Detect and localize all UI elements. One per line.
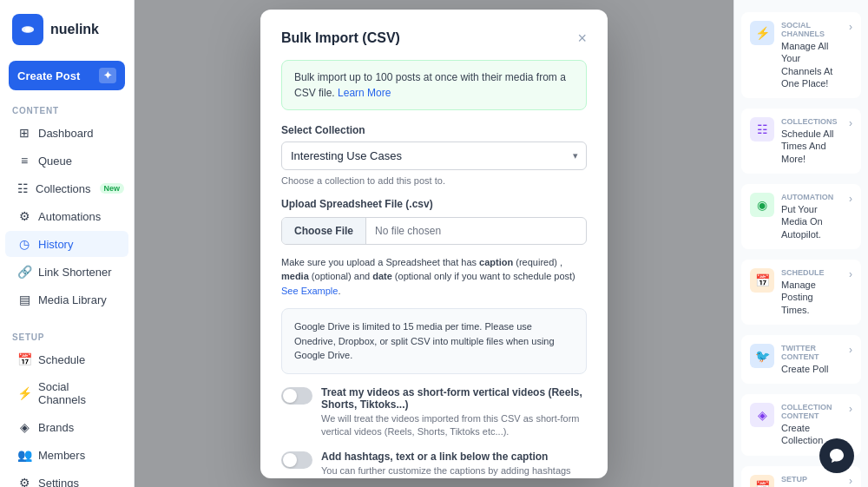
rp-label: COLLECTIONS: [781, 117, 842, 126]
rp-label: AUTOMATION: [781, 193, 842, 201]
rp-card-collections[interactable]: ☷ COLLECTIONS Schedule All Times And Mor…: [741, 109, 861, 174]
sidebar-item-collections[interactable]: ☷ Collections New: [5, 175, 128, 201]
automations-icon: ⚙: [17, 209, 31, 223]
hashtags-toggle[interactable]: [281, 451, 312, 469]
sidebar-item-media-library[interactable]: ▤ Media Library: [5, 286, 128, 313]
create-post-icon: ✦: [99, 68, 116, 83]
members-icon: 👥: [17, 448, 31, 462]
link-icon: 🔗: [17, 265, 31, 279]
see-example-link[interactable]: See Example: [281, 286, 338, 296]
modal-title: Bulk Import (CSV): [281, 30, 400, 46]
sidebar-item-schedule[interactable]: 📅 Schedule: [5, 346, 128, 372]
rp-label: SETUP: [781, 475, 842, 484]
sidebar-item-brands[interactable]: ◈ Brands: [5, 414, 128, 440]
toggle-title: Treat my videos as short-form vertical v…: [321, 386, 587, 411]
rp-label: COLLECTION CONTENT: [781, 403, 842, 420]
svg-point-0: [25, 27, 30, 32]
rp-card-schedule[interactable]: 📅 SCHEDULE Manage Posting Times. ›: [741, 260, 861, 325]
sidebar-item-link-shortener[interactable]: 🔗 Link Shortener: [5, 259, 128, 285]
schedule-icon: 📅: [17, 352, 31, 366]
chevron-right-icon: ›: [849, 268, 852, 280]
history-icon: ◷: [17, 237, 31, 251]
collections-panel-icon: ☷: [750, 117, 774, 141]
info-banner-text: Bulk import up to 100 posts at once with…: [294, 71, 566, 99]
upload-label: Upload Spreadsheet File (.csv): [281, 198, 587, 210]
gdrive-text: Google Drive is limited to 15 media per …: [294, 321, 555, 360]
automation-icon: ◉: [750, 193, 774, 217]
chevron-right-icon: ›: [849, 475, 852, 487]
rp-card-social-channels[interactable]: ⚡ SOCIAL CHANNELS Manage All Your Channe…: [741, 12, 861, 98]
sidebar-item-history[interactable]: ◷ History: [5, 231, 128, 257]
sidebar-item-settings[interactable]: ⚙ Settings: [5, 470, 128, 487]
sidebar-item-label: History: [38, 238, 73, 251]
twitter-icon: 🐦: [750, 344, 774, 368]
toggle-vertical-videos: Treat my videos as short-form vertical v…: [281, 386, 587, 439]
create-post-button[interactable]: Create Post ✦: [9, 61, 125, 90]
learn-more-link[interactable]: Learn More: [338, 87, 391, 99]
sidebar-item-queue[interactable]: ≡ Queue: [5, 148, 128, 174]
brands-icon: ◈: [17, 420, 31, 434]
sidebar-item-label: Schedule: [38, 353, 85, 366]
sidebar-item-label: Automations: [38, 210, 101, 223]
caption-note: Make sure you upload a Spreadsheet that …: [281, 255, 587, 299]
sidebar-item-label: Brands: [38, 421, 74, 434]
sidebar-item-label: Media Library: [38, 293, 107, 306]
media-icon: ▤: [17, 293, 31, 306]
collection-content-icon: ◈: [750, 403, 774, 427]
vertical-videos-toggle[interactable]: [281, 387, 312, 405]
file-name-display: No file chosen: [366, 218, 586, 244]
sidebar-item-dashboard[interactable]: ⊞ Dashboard: [5, 120, 128, 146]
dashboard-icon: ⊞: [17, 126, 31, 140]
rp-text: Create Poll: [781, 363, 842, 375]
chat-bubble-button[interactable]: [819, 438, 854, 473]
sidebar-item-label: Dashboard: [38, 127, 94, 140]
sidebar-item-automations[interactable]: ⚙ Automations: [5, 203, 128, 229]
queue-icon: ≡: [17, 154, 31, 168]
choose-file-button[interactable]: Choose File: [282, 218, 366, 244]
toggle-desc: You can further customize the captions b…: [321, 464, 587, 477]
sidebar-item-label: Collections: [36, 182, 91, 195]
sidebar-item-social-channels[interactable]: ⚡ Social Channels: [5, 374, 128, 412]
gdrive-info-box: Google Drive is limited to 15 media per …: [281, 308, 587, 374]
main-area: Bulk Import (CSV) × Bulk import up to 10…: [135, 0, 733, 487]
bulk-import-modal: Bulk Import (CSV) × Bulk import up to 10…: [260, 10, 608, 478]
posting-time-icon: 📅: [750, 475, 774, 487]
sidebar-item-members[interactable]: 👥 Members: [5, 442, 128, 468]
toggle-hashtags: Add hashtags, text or a link below the c…: [281, 451, 587, 477]
sidebar-item-label: Link Shortener: [38, 266, 112, 279]
collections-badge: New: [100, 183, 125, 194]
settings-icon: ⚙: [17, 476, 31, 487]
sidebar-item-label: Settings: [38, 477, 79, 488]
rp-text: Schedule All Times And More!: [781, 128, 842, 165]
rp-card-automation[interactable]: ◉ AUTOMATION Put Your Media On Autopilot…: [741, 184, 861, 249]
rp-card-twitter[interactable]: 🐦 TWITTER CONTENT Create Poll ›: [741, 335, 861, 384]
rp-text: Manage Posting Times.: [781, 279, 842, 316]
select-hint: Choose a collection to add this post to.: [281, 175, 587, 186]
collections-icon: ☷: [17, 181, 29, 195]
rp-label: TWITTER CONTENT: [781, 344, 842, 361]
create-post-label: Create Post: [17, 69, 80, 82]
sidebar-logo: nuelink: [0, 0, 134, 57]
sidebar-item-label: Queue: [38, 155, 72, 168]
sidebar-item-label: Members: [38, 449, 85, 462]
file-upload-row: Choose File No file chosen: [281, 217, 587, 245]
social-icon: ⚡: [17, 386, 31, 400]
logo-text: nuelink: [50, 22, 99, 37]
rp-text: Put Your Media On Autopilot.: [781, 203, 842, 240]
select-collection-label: Select Collection: [281, 124, 587, 136]
logo-icon: [12, 14, 43, 45]
rp-label: SOCIAL CHANNELS: [781, 21, 842, 38]
select-collection-dropdown[interactable]: Interesting Use Cases: [281, 141, 587, 170]
modal-overlay: Bulk Import (CSV) × Bulk import up to 10…: [135, 0, 733, 487]
chevron-right-icon: ›: [849, 344, 852, 356]
toggle-desc: We will treat the videos imported from t…: [321, 412, 587, 439]
right-panel: ⚡ SOCIAL CHANNELS Manage All Your Channe…: [733, 0, 868, 487]
sidebar-item-label: Social Channels: [38, 380, 116, 406]
chevron-right-icon: ›: [849, 193, 852, 205]
modal-close-button[interactable]: ×: [577, 30, 587, 46]
info-banner: Bulk import up to 100 posts at once with…: [281, 60, 587, 110]
rp-text: Manage All Your Channels At One Place!: [781, 40, 842, 89]
chevron-right-icon: ›: [849, 21, 852, 33]
setup-section-label: SETUP: [0, 327, 134, 346]
chevron-right-icon: ›: [849, 117, 852, 129]
